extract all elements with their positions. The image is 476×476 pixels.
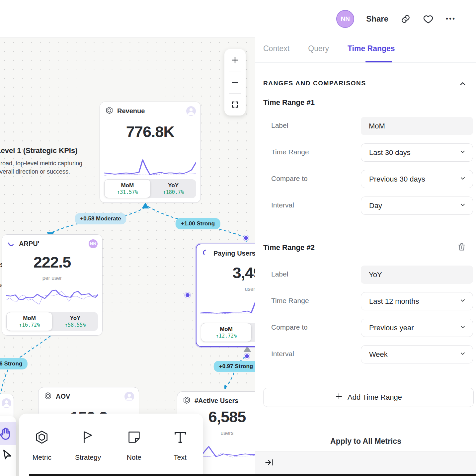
- metric-hexagon-icon: [105, 106, 114, 116]
- chevron-down-icon: [459, 297, 466, 306]
- owner-avatar-icon: [2, 398, 11, 408]
- selection-handle[interactable]: [185, 292, 190, 298]
- tool-strategy[interactable]: Strategy: [65, 414, 111, 476]
- chevron-down-icon: [459, 201, 466, 210]
- card-title: #Active Users: [195, 397, 238, 405]
- collapse-chevron-up-icon[interactable]: [458, 80, 467, 90]
- card-title: AOV: [56, 393, 70, 400]
- chevron-down-icon: [459, 175, 466, 184]
- loading-spinner-icon: [202, 249, 210, 258]
- insert-toolbar: Metric Strategy Note Text: [19, 414, 203, 476]
- owner-avatar-icon: [186, 106, 196, 116]
- zoom-in-button[interactable]: [224, 49, 246, 71]
- toggle-yoy[interactable]: YoY: [252, 323, 255, 342]
- metric-card-arpu[interactable]: ARPU' NN 222.5 per user MoM ↑16.72% YoY …: [2, 234, 103, 336]
- owner-avatar: NN: [89, 239, 98, 248]
- metric-card-paying-users[interactable]: Paying Users' 3,495 users MoM ↑12.72% Yo…: [196, 244, 255, 347]
- hand-pan-tool[interactable]: [0, 422, 16, 445]
- selection-handle[interactable]: [244, 354, 250, 359]
- field-label: Time Range: [271, 148, 309, 156]
- field-label: Compare to: [271, 175, 308, 183]
- toggle-mom[interactable]: MoM ↑16.72%: [6, 312, 52, 331]
- compare-to-select[interactable]: Previous year: [361, 319, 473, 337]
- toggle-yoy[interactable]: YoY ↑180.7%: [151, 179, 197, 198]
- fit-to-screen-icon[interactable]: [224, 94, 246, 116]
- level-annotation-body: Broad, top-level metric capturing overal…: [0, 159, 82, 176]
- time-range-select[interactable]: Last 12 months: [361, 292, 473, 310]
- interval-select[interactable]: Day: [361, 197, 473, 215]
- zoom-out-button[interactable]: [224, 71, 246, 93]
- top-header: NN Share •••: [0, 0, 476, 38]
- metric-card-revenue[interactable]: Revenue 776.8K MoM ↑31.57% YoY ↑180.7%: [100, 102, 201, 203]
- divider: [255, 426, 476, 426]
- delete-trash-icon[interactable]: [457, 242, 466, 253]
- metric-hexagon-icon: [34, 430, 49, 446]
- field-label: Label: [271, 270, 288, 278]
- add-time-range-button[interactable]: Add Time Range: [263, 388, 474, 407]
- time-range-1-title: Time Range #1: [263, 98, 315, 107]
- time-range-select[interactable]: Last 30 days: [361, 143, 473, 162]
- flag-icon: [80, 430, 96, 446]
- bottom-edge-bar: [29, 474, 476, 476]
- chevron-down-icon: [459, 324, 466, 332]
- compare-to-select[interactable]: Previous 30 days: [361, 170, 473, 188]
- timerange-toggle: MoM ↑31.57% YoY ↑180.7%: [104, 179, 196, 198]
- selection-handle[interactable]: [243, 235, 249, 241]
- section-header: RANGES AND COMPARISONS: [263, 80, 366, 87]
- canvas-mode-tools: [0, 416, 16, 476]
- metric-hexagon-icon: [44, 392, 52, 401]
- collapse-panel-icon[interactable]: [265, 458, 274, 468]
- more-options-icon[interactable]: •••: [445, 14, 456, 24]
- field-label: Compare to: [271, 323, 308, 331]
- card-title: ARPU': [19, 240, 39, 248]
- toggle-mom[interactable]: MoM ↑31.57%: [104, 179, 151, 198]
- note-icon: [126, 430, 142, 446]
- text-icon: [173, 430, 188, 446]
- user-avatar[interactable]: NN: [336, 10, 354, 28]
- metric-tree-canvas[interactable]: Level 1 (Strategic KPIs) Broad, top-leve…: [0, 38, 255, 476]
- label-input[interactable]: MoM: [361, 117, 473, 135]
- tool-text[interactable]: Text: [157, 414, 203, 476]
- toggle-mom[interactable]: MoM ↑12.72%: [201, 323, 252, 342]
- tool-metric[interactable]: Metric: [19, 414, 65, 476]
- canvas-zoom-controls: [224, 49, 246, 116]
- chevron-down-icon: [459, 148, 466, 157]
- apply-to-all-metrics-button[interactable]: Apply to All Metrics: [255, 433, 476, 449]
- card-title: Paying Users': [213, 250, 255, 257]
- timerange-toggle: MoM ↑12.72% YoY: [201, 323, 255, 342]
- share-button[interactable]: Share: [366, 14, 388, 24]
- field-label: Interval: [271, 350, 294, 358]
- field-label: Time Range: [271, 297, 309, 305]
- label-input[interactable]: YoY: [361, 266, 473, 284]
- level-annotation-heading: Level 1 (Strategic KPIs): [0, 146, 78, 155]
- tool-note[interactable]: Note: [111, 414, 157, 476]
- tab-context[interactable]: Context: [263, 44, 289, 60]
- chevron-down-icon: [459, 350, 466, 359]
- metric-unit: users: [197, 286, 255, 292]
- metric-value: 222.5: [2, 253, 102, 271]
- tab-time-ranges[interactable]: Time Ranges: [348, 44, 395, 60]
- sparkline-chart: [104, 155, 196, 179]
- plus-icon: [335, 392, 343, 402]
- interval-select[interactable]: Week: [361, 345, 473, 363]
- correlation-badge[interactable]: +0.97 Strong: [214, 361, 255, 372]
- divider: [255, 62, 476, 63]
- correlation-badge[interactable]: +1.00 Strong: [176, 218, 220, 229]
- correlation-badge[interactable]: 66 Strong: [0, 358, 28, 369]
- loading-spinner-icon: [7, 239, 15, 248]
- time-range-2-title: Time Range #2: [263, 243, 315, 252]
- correlation-badge[interactable]: +0.58 Moderate: [75, 213, 126, 224]
- metric-value: 3,495: [197, 264, 255, 282]
- card-title: Revenue: [117, 107, 145, 115]
- metric-unit: per user: [2, 275, 102, 281]
- field-label: Label: [271, 121, 288, 129]
- toggle-yoy[interactable]: YoY ↑58.55%: [52, 312, 98, 331]
- copy-link-icon[interactable]: [400, 14, 411, 24]
- timerange-toggle: MoM ↑16.72% YoY ↑58.55%: [6, 312, 98, 331]
- sparkline-chart: [200, 297, 255, 319]
- select-cursor-tool[interactable]: [0, 445, 16, 467]
- tab-query[interactable]: Query: [308, 44, 329, 60]
- panel-footer: [255, 452, 476, 474]
- sparkline-chart: [6, 287, 98, 311]
- favorite-heart-icon[interactable]: [423, 14, 434, 24]
